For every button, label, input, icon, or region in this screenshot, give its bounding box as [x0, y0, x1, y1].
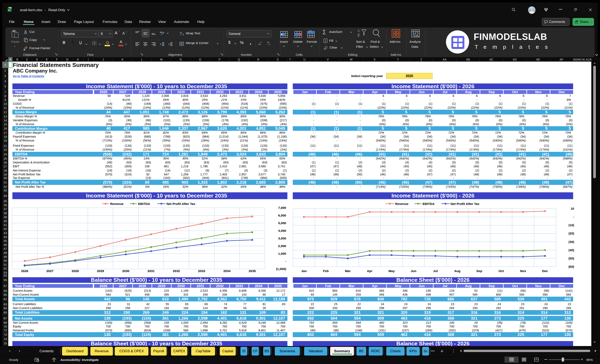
svg-text:→.0: →.0 [267, 43, 270, 46]
svg-text:c: c [180, 34, 181, 36]
svg-text:←0: ←0 [259, 41, 262, 43]
svg-text:Z: Z [357, 33, 360, 37]
svg-text:.00: .00 [258, 43, 261, 46]
svg-text:ab: ab [180, 32, 182, 34]
svg-text:x: x [8, 9, 10, 12]
svg-text:ab: ab [160, 31, 162, 34]
svg-text:A: A [357, 29, 360, 33]
svg-text:.00: .00 [267, 41, 269, 43]
